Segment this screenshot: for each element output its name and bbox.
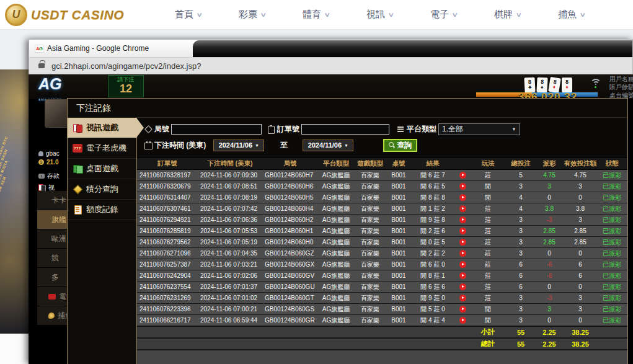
platform-type: AG旗艦廳 — [318, 294, 354, 303]
address-bar[interactable]: gci.2hhapi.com/agingame/pcv2/index.jsp? — [29, 57, 633, 74]
site-logo[interactable]: U USDT CASINO — [5, 4, 124, 26]
table-number: B001 — [386, 250, 411, 257]
chevron-down-icon: ∨ — [451, 11, 458, 18]
window-titlebar[interactable]: AG Asia Gaming - Google Chrome — [29, 39, 633, 57]
status-badge: 已派彩 — [598, 238, 626, 247]
modal-menu-item[interactable]: 桌面遊戲 — [68, 159, 136, 179]
nav-item[interactable]: 彩票 ∨ — [220, 9, 284, 20]
bet-type: 莊 — [471, 294, 505, 303]
bet-time: 2024-11-06 07:03:21 — [198, 261, 262, 268]
nav-item[interactable]: 電子 ∨ — [412, 9, 476, 20]
hall-label: 多 — [51, 272, 59, 283]
bet-time: 2024-11-06 07:02:06 — [198, 272, 262, 279]
person-icon — [38, 151, 43, 156]
play-video-icon[interactable] — [459, 283, 466, 290]
game-type: 百家樂 — [354, 216, 386, 224]
valid-bet: 6 — [562, 261, 598, 268]
valid-bet: 0 — [562, 250, 598, 257]
search-form: 局號 訂單號 平台類型 1.全部▼ 下注時間 (美東) 2024/11/06▼ — [137, 118, 627, 155]
play-video-icon[interactable] — [459, 216, 466, 223]
modal-menu-item[interactable]: 積分查詢 — [68, 179, 136, 200]
date-from-select[interactable]: 2024/11/06▼ — [213, 140, 264, 151]
result: 閒 6 莊 7 — [411, 171, 454, 180]
payout: 0 — [536, 250, 562, 257]
nav-item[interactable]: 體育 ∨ — [284, 9, 348, 20]
total-bet: 3 — [505, 317, 536, 324]
game-type: 百家樂 — [354, 227, 386, 236]
nav-item[interactable]: 捕魚 ∨ — [539, 9, 603, 20]
col-payout: 派彩 — [536, 159, 562, 168]
play-video-icon[interactable] — [459, 239, 466, 246]
nav-item-label: 電子 — [430, 9, 449, 20]
play-video-icon[interactable] — [459, 183, 466, 190]
total-bet: 3 — [505, 228, 536, 234]
order-input[interactable] — [301, 124, 389, 135]
total-bet: 6 — [505, 261, 536, 268]
result: 閒 6 莊 5 — [411, 182, 454, 191]
chevron-down-icon: ∨ — [515, 11, 522, 18]
platform-type: AG旗艦廳 — [318, 205, 354, 213]
modal-menu-item[interactable]: 視訊遊戲 — [68, 118, 136, 138]
nav-item[interactable]: 視訊 ∨ — [348, 9, 412, 20]
menu-item-label: 積分查詢 — [86, 184, 118, 195]
play-video-icon[interactable] — [459, 272, 466, 279]
grand-total-row: 總計 55 2.25 38.25 — [137, 338, 627, 350]
play-video-icon[interactable] — [459, 306, 466, 313]
status-badge: 已派彩 — [598, 249, 626, 258]
countdown-value: 12 — [108, 83, 143, 94]
page-white-area — [0, 334, 29, 364]
modal-menu: 視訊遊戲 777 電子老虎機 桌面遊戲 — [68, 118, 137, 364]
play-video-icon[interactable] — [459, 317, 466, 324]
chrome-popup-window: AG Asia Gaming - Google Chrome gci.2hhap… — [29, 39, 633, 364]
chevron-down-icon: ∨ — [579, 11, 586, 18]
hall-label: 旗艦 — [51, 215, 66, 225]
ag-favicon: AG — [35, 45, 43, 53]
card-suit: ♦ — [562, 85, 572, 90]
valid-bet: 6 — [562, 272, 598, 279]
payout: 3 — [536, 183, 562, 190]
bet-type: 莊 — [471, 272, 505, 280]
url-text[interactable]: gci.2hhapi.com/agingame/pcv2/index.jsp? — [51, 61, 201, 71]
payout: 0 — [536, 283, 562, 290]
bet-time: 2024-11-06 07:08:19 — [198, 194, 262, 201]
modal-menu-item[interactable]: 777 電子老虎機 — [68, 138, 136, 159]
lock-icon[interactable] — [38, 63, 45, 68]
nav-item-label: 棋牌 — [494, 9, 513, 20]
chevron-down-icon: ∨ — [196, 11, 203, 18]
status-badge: 已派彩 — [598, 260, 626, 269]
nav-item[interactable]: 棋牌 ∨ — [476, 9, 539, 20]
payout: -6 — [536, 272, 562, 279]
total-bet: 3 — [505, 250, 536, 257]
table-body: 241106076328197 2024-11-06 07:09:30 GB00… — [137, 170, 627, 326]
nav-item-label: 體育 — [303, 9, 321, 20]
payout: 3 — [536, 306, 562, 313]
round-input[interactable] — [171, 124, 262, 135]
payout: -3 — [536, 295, 562, 301]
modal-menu-item[interactable]: 額度記錄 — [68, 200, 136, 220]
deposit-fragment[interactable]: 1存款 — [38, 172, 60, 180]
play-video-icon[interactable] — [459, 250, 466, 257]
platform-label: 平台類型 — [397, 124, 436, 135]
balance-fragment: $21.0 — [38, 159, 58, 166]
play-video-icon[interactable] — [459, 194, 466, 201]
date-to-select[interactable]: 2024/11/06▼ — [303, 140, 353, 151]
menu-item-label: 視訊遊戲 — [86, 122, 118, 133]
nav-item[interactable]: 首頁 ∨ — [156, 9, 220, 20]
status-badge: 已派彩 — [598, 227, 626, 236]
play-video-icon[interactable] — [459, 261, 466, 268]
dropdown-arrow-icon: ▼ — [511, 127, 516, 132]
site-logo-text: USDT CASINO — [31, 7, 124, 22]
play-video-icon[interactable] — [459, 295, 466, 301]
platform-select[interactable]: 1.全部▼ — [438, 123, 520, 135]
play-video-icon[interactable] — [459, 205, 466, 212]
menu-item-label: 額度記錄 — [86, 204, 118, 215]
order-number: 241106076328197 — [137, 172, 198, 179]
play-video-icon[interactable] — [459, 228, 466, 234]
round-number: GB00124B060H1 — [262, 228, 318, 234]
search-button[interactable]: 查詢 — [383, 139, 417, 152]
search-icon — [389, 142, 395, 148]
table-number: B001 — [386, 317, 411, 324]
table-info-labels: 用戶名稱賬戶餘額桌台編號 — [609, 75, 633, 99]
subtotal-label: 小計 — [471, 327, 505, 337]
play-video-icon[interactable] — [459, 172, 466, 179]
